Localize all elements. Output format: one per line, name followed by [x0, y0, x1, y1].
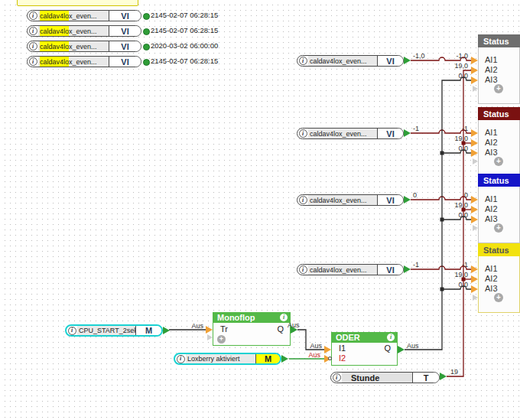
- port-m: M: [256, 354, 280, 363]
- wire-state-label: Aus: [187, 322, 203, 330]
- status-block-title: Status: [478, 243, 520, 256]
- spare-input-connector: [473, 225, 478, 231]
- spare-input-connector: [473, 295, 478, 301]
- output-value-timestamp: 2145-02-07 06:28:15: [151, 26, 218, 34]
- add-input-icon[interactable]: +: [494, 84, 503, 93]
- input-connector[interactable]: [471, 216, 478, 223]
- wire-value: -1,0: [447, 52, 468, 60]
- wire-value: 19: [450, 368, 458, 376]
- block-title: Monoflop: [217, 313, 255, 322]
- loxberry-terminal[interactable]: i Loxberry aktiviert M: [174, 353, 281, 365]
- input-connector[interactable]: [471, 149, 478, 157]
- input-connector[interactable]: [471, 285, 478, 293]
- vi-terminal-mid-3[interactable]: i caldav4lox_even... VI: [297, 194, 404, 206]
- partial-block-top[interactable]: [17, 0, 138, 6]
- add-input-icon[interactable]: +: [494, 157, 503, 166]
- wire-value: 0,0: [447, 211, 468, 219]
- output-connector[interactable]: [143, 28, 150, 35]
- input-ai2: AI2: [479, 65, 519, 75]
- wire-value: 19,0: [447, 201, 468, 209]
- port-vi: VI: [109, 41, 141, 51]
- vi-terminal-mid-4[interactable]: i caldav4lox_even... VI: [297, 264, 404, 275]
- wire-value: -1: [413, 261, 419, 269]
- terminal-label: caldav4lox_even...: [38, 41, 109, 51]
- info-icon[interactable]: i: [387, 334, 395, 341]
- oder-block-header[interactable]: ODER i: [331, 332, 398, 343]
- status-block-title: Status: [478, 174, 520, 187]
- terminal-label: CPU_START_2sek: [77, 326, 136, 335]
- vi-terminal-left-2[interactable]: i caldav4lox_even... VI: [27, 25, 141, 37]
- input-connector[interactable]: [471, 139, 478, 147]
- output-connector[interactable]: [404, 129, 411, 137]
- input-connector[interactable]: [471, 67, 478, 74]
- wire-state-label: Aus: [305, 342, 322, 350]
- vi-terminal-mid-2[interactable]: i caldav4lox_even... VI: [297, 128, 404, 139]
- output-connector[interactable]: [404, 196, 411, 203]
- input-connector[interactable]: [471, 196, 478, 203]
- output-connector[interactable]: [398, 346, 405, 353]
- output-connector[interactable]: [404, 57, 411, 64]
- port-vi: VI: [378, 195, 403, 205]
- vi-terminal-mid-1[interactable]: i caldav4lox_even... VI: [297, 55, 404, 67]
- info-icon: i: [28, 27, 38, 35]
- add-input-icon[interactable]: +: [494, 223, 503, 233]
- output-connector[interactable]: [404, 265, 411, 273]
- spare-input-connector: [473, 158, 478, 164]
- input-connector[interactable]: [324, 346, 331, 353]
- status-block-3[interactable]: Status AI1 AI2 AI3: [478, 174, 520, 243]
- input-ai2: AI2: [479, 138, 519, 148]
- port-vi: VI: [109, 57, 141, 67]
- wire-ai1-group: [411, 57, 471, 269]
- wire-value: 0: [447, 191, 468, 199]
- output-connector[interactable]: [281, 355, 288, 363]
- terminal-label: caldav4lox_even...: [38, 57, 109, 67]
- wire-value: 0,0: [447, 145, 468, 152]
- status-block-4[interactable]: Status AI1 AI2 AI3: [478, 243, 520, 313]
- output-connector[interactable]: [143, 13, 150, 20]
- info-icon: i: [297, 129, 308, 138]
- input-connector[interactable]: [471, 129, 478, 137]
- wire-value: -1: [447, 125, 468, 132]
- vi-terminal-left-3[interactable]: i caldav4lox_even... VI: [27, 41, 141, 52]
- input-connector[interactable]: [471, 265, 478, 273]
- add-input-icon[interactable]: +: [217, 335, 226, 343]
- info-icon: i: [28, 42, 38, 50]
- spare-input-connector: [207, 334, 213, 340]
- info-icon: i: [297, 196, 308, 204]
- wire-value: 19,0: [447, 271, 468, 278]
- info-icon[interactable]: i: [280, 314, 288, 321]
- wire-stunde-trunk: [447, 70, 471, 376]
- input-ai1: AI1: [479, 55, 519, 65]
- monoflop-block-header[interactable]: Monoflop i: [213, 312, 291, 323]
- input-connector[interactable]: [471, 206, 478, 213]
- info-icon: i: [175, 355, 186, 363]
- add-input-icon[interactable]: +: [494, 293, 503, 302]
- output-connector[interactable]: [143, 44, 150, 50]
- terminal-label: caldav4lox_even...: [308, 56, 378, 66]
- output-q: Q: [277, 324, 284, 334]
- terminal-label: caldav4lox_even...: [308, 265, 378, 275]
- input-connector[interactable]: [471, 77, 478, 84]
- input-connector[interactable]: [471, 275, 478, 283]
- terminal-label: caldav4lox_even...: [38, 11, 109, 21]
- wire-state-label: Aus: [407, 342, 419, 350]
- wiring-canvas: i caldav4lox_even... VI 2145-02-07 06:28…: [0, 0, 520, 420]
- status-block-2[interactable]: Status AI1 AI2 AI3: [478, 107, 520, 177]
- terminal-label: caldav4lox_even...: [308, 195, 378, 205]
- input-connector[interactable]: [206, 326, 213, 334]
- status-block-1[interactable]: Status AI1 AI2 AI3: [478, 34, 520, 104]
- output-connector[interactable]: [440, 373, 447, 380]
- vi-terminal-left-1[interactable]: i caldav4lox_even... VI: [27, 10, 141, 21]
- monoflop-block-body[interactable]: Tr Q: [213, 323, 291, 346]
- stunde-terminal[interactable]: i Stunde T: [330, 372, 440, 383]
- wire-black-group: [169, 77, 471, 350]
- oder-block-body[interactable]: I1 I2 Q: [331, 343, 398, 366]
- output-connector[interactable]: [143, 59, 150, 66]
- output-connector[interactable]: [163, 327, 170, 334]
- vi-terminal-left-4[interactable]: i caldav4lox_even... VI: [27, 56, 141, 67]
- wire-value: 0: [413, 191, 417, 199]
- cpu-start-terminal[interactable]: i CPU_START_2sek M: [65, 324, 163, 337]
- input-connector[interactable]: [471, 57, 478, 64]
- input-i1: I1: [339, 343, 346, 353]
- port-t: T: [413, 373, 439, 383]
